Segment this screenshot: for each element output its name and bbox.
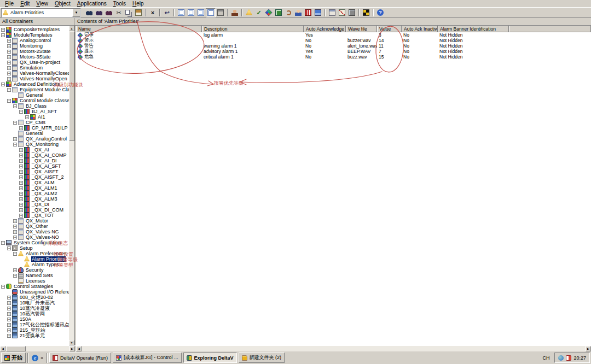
tree-item-analogcontrol[interactable]: +AnalogControl: [0, 38, 69, 43]
tree-item-qx-analogcontrol[interactable]: +QX_AnalogControl: [0, 136, 69, 142]
tree-item-21[interactable]: +21变换单元: [0, 333, 69, 338]
expand-toggle[interactable]: +: [7, 328, 11, 332]
scroll-right-button[interactable]: ▶: [69, 346, 75, 351]
tree-item-general[interactable]: General: [0, 92, 69, 98]
expand-toggle[interactable]: −: [13, 104, 17, 108]
combo-dropdown-button[interactable]: ▼: [72, 9, 80, 17]
tree-item-qx-aisft-2[interactable]: +_QX_AISFT_2: [0, 174, 69, 180]
tree-item-advanced-definitions[interactable]: −Advanced Definitions: [0, 81, 69, 87]
module-grid-button[interactable]: [303, 8, 313, 17]
tree-item-10[interactable]: +10蒸汽管网: [0, 311, 69, 316]
expand-toggle[interactable]: +: [13, 219, 17, 223]
expand-toggle[interactable]: +: [1, 28, 5, 32]
start-button[interactable]: 开始: [1, 353, 26, 363]
column-header-auto-ack-inactive[interactable]: Auto Ack Inactive: [402, 26, 438, 32]
tree-item-qx-alm3[interactable]: +_QX_ALM3: [0, 196, 69, 202]
expand-toggle[interactable]: +: [7, 296, 11, 300]
column-header-description[interactable]: Description: [202, 26, 304, 32]
expand-toggle[interactable]: −: [1, 241, 5, 245]
large-icons-button[interactable]: [176, 8, 186, 17]
expand-toggle[interactable]: +: [7, 66, 11, 70]
alarm-bell-button[interactable]: [244, 8, 254, 17]
tree-item-qx-aisft[interactable]: +_QX_AISFT: [0, 169, 69, 174]
tree-item-motors-2state[interactable]: +Motors-2State: [0, 49, 69, 54]
expand-toggle[interactable]: +: [7, 72, 11, 75]
menu-edit[interactable]: Edit: [17, 1, 33, 7]
expand-toggle[interactable]: −: [13, 252, 17, 256]
operator-button[interactable]: [293, 8, 303, 17]
scroll-down-button[interactable]: ▼: [69, 340, 74, 345]
tree-item-cp-mtr-01ilp[interactable]: +CP_MTR_01ILP: [0, 125, 69, 131]
expand-toggle[interactable]: +: [19, 192, 23, 196]
download-button[interactable]: [313, 8, 323, 17]
container-selector-combo[interactable]: Alarm Priorities ▼: [1, 8, 81, 17]
priority-diamond-button[interactable]: [264, 8, 274, 17]
scrollbar-thumb[interactable]: [69, 32, 74, 141]
menu-object[interactable]: Object: [51, 1, 74, 7]
taskbar-button-jg-control[interactable]: [成本核算JG] - Control ...: [113, 353, 182, 363]
expand-toggle[interactable]: +: [7, 334, 11, 338]
expand-toggle[interactable]: −: [13, 143, 17, 146]
tree-item-equipment-module-clas[interactable]: −Equipment Module Clas:: [0, 87, 69, 92]
tree-item-qx-valves-nc[interactable]: +QX_Valves-NC: [0, 229, 69, 234]
tree-item-qx-monitoring[interactable]: −QX_Monitoring: [0, 142, 69, 147]
network-tray-icon[interactable]: [558, 355, 564, 361]
expand-toggle[interactable]: +: [19, 126, 23, 130]
scroll-left-button[interactable]: ◀: [76, 346, 82, 351]
process-monitor-button[interactable]: [347, 8, 357, 17]
column-header-alarm-banner-identification[interactable]: Alarm Banner Identification: [438, 26, 509, 32]
tree-item-qx-ai-sft[interactable]: +_QX_AI_SFT: [0, 163, 69, 169]
refresh-button[interactable]: [283, 8, 293, 17]
taskbar-button-deltav-operate-run[interactable]: DeltaV Operate (Run): [49, 353, 111, 363]
expand-toggle[interactable]: −: [7, 88, 11, 92]
expand-toggle[interactable]: −: [7, 246, 11, 250]
expand-toggle[interactable]: +: [7, 312, 11, 316]
tree-item-qx-use-in-project[interactable]: +QX_Use-in-project: [0, 60, 69, 65]
help-button[interactable]: ?: [375, 8, 385, 17]
expand-toggle[interactable]: −: [1, 83, 5, 86]
tree-item-monitoring[interactable]: +Monitoring: [0, 43, 69, 49]
expand-toggle[interactable]: +: [19, 170, 23, 174]
expand-toggle[interactable]: +: [19, 165, 23, 168]
expand-toggle[interactable]: +: [7, 77, 11, 81]
menu-file[interactable]: File: [2, 1, 17, 7]
trend-chart-button[interactable]: [337, 8, 347, 17]
expand-toggle[interactable]: +: [19, 159, 23, 163]
menu-help[interactable]: Help: [129, 1, 147, 7]
expand-toggle[interactable]: +: [7, 307, 11, 310]
tree-item-valves-normallyopen[interactable]: +Valves-NormallyOpen: [0, 76, 69, 81]
cut-button[interactable]: ✂: [114, 8, 124, 17]
tree-item-security[interactable]: +Security: [0, 267, 69, 273]
find-tagged-button[interactable]: [104, 8, 114, 17]
expand-toggle[interactable]: −: [1, 33, 5, 37]
tree-item-moduletemplates[interactable]: −ModuleTemplates: [0, 32, 69, 38]
delete-button[interactable]: ×: [148, 8, 158, 17]
tree-item-control-module-classes[interactable]: −Control Module Classes: [0, 98, 69, 103]
expand-toggle[interactable]: +: [19, 203, 23, 207]
tree-item-cp-cms[interactable]: −CP_CMs: [0, 120, 69, 125]
table-row[interactable]: 危急critical alarm 1Nobuzz.wav15NoNot Hidd…: [76, 54, 591, 60]
tree-item-qx-ai-comp[interactable]: +_QX_AI_COMP: [0, 152, 69, 158]
expand-toggle[interactable]: +: [19, 208, 23, 212]
tree-item-ai1[interactable]: +AI1: [0, 114, 69, 120]
paste-button[interactable]: [134, 8, 143, 17]
tree-item-licenses[interactable]: Licenses: [0, 278, 69, 284]
expand-toggle[interactable]: +: [19, 148, 23, 152]
snapshot-button[interactable]: [274, 8, 283, 17]
tree-item-control-strategies[interactable]: −Control Strategies: [0, 284, 69, 289]
expand-toggle[interactable]: +: [7, 50, 11, 54]
expand-toggle[interactable]: +: [7, 55, 11, 59]
expand-toggle[interactable]: +: [7, 39, 11, 43]
expand-toggle[interactable]: −: [19, 110, 23, 114]
tree-item-qx-valves-no[interactable]: +QX_Valves-NO: [0, 234, 69, 240]
expand-toggle[interactable]: +: [7, 318, 11, 321]
tree-item-qx-ai-di[interactable]: +_QX_AI_DI: [0, 158, 69, 163]
expand-toggle[interactable]: +: [7, 323, 11, 327]
scrollbar-thumb[interactable]: [6, 346, 26, 351]
tree-item-qx-di[interactable]: +_QX_DI: [0, 202, 69, 207]
deltav-tray-icon[interactable]: [566, 355, 571, 361]
expand-toggle[interactable]: +: [13, 137, 17, 141]
taskbar-button-2[interactable]: 新建文件夹 (2): [239, 353, 285, 363]
tree-item-qx-tot[interactable]: +_QX_TOT: [0, 213, 69, 218]
language-indicator[interactable]: CH: [540, 354, 552, 362]
